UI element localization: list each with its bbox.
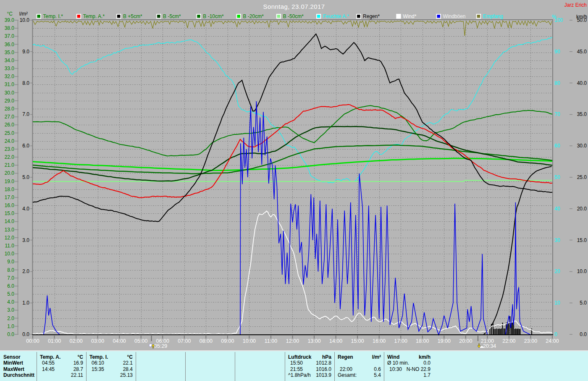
svg-text:10:00: 10:00: [243, 338, 256, 344]
svg-text:16.0: 16.0: [5, 202, 15, 208]
svg-text:6.0: 6.0: [22, 143, 29, 149]
svg-text:Sensor: Sensor: [3, 354, 21, 360]
svg-text:80: 80: [554, 80, 560, 86]
svg-text:20:34: 20:34: [483, 343, 496, 349]
svg-text:Sonntag, 23.07.2017: Sonntag, 23.07.2017: [263, 3, 325, 10]
svg-text:34.0: 34.0: [5, 58, 15, 63]
svg-text:7.0: 7.0: [7, 275, 14, 281]
svg-text:Temp. I.*: Temp. I.*: [43, 13, 63, 19]
svg-text:37.0: 37.0: [5, 33, 15, 39]
svg-text:1.0: 1.0: [22, 300, 29, 306]
svg-text:Regen: Regen: [338, 354, 353, 360]
svg-text:19.0: 19.0: [5, 179, 15, 184]
svg-text:9.0: 9.0: [7, 259, 14, 265]
svg-text:10.0: 10.0: [5, 251, 15, 257]
svg-text:40.0: 40.0: [577, 80, 587, 86]
svg-text:17:00: 17:00: [394, 338, 407, 344]
svg-text:°C: °C: [127, 354, 133, 360]
svg-text:B +5cm*: B +5cm*: [123, 13, 142, 19]
svg-text:16:00: 16:00: [373, 338, 386, 344]
svg-text:32.0: 32.0: [5, 74, 15, 79]
svg-text:Ø 10 min.: Ø 10 min.: [387, 360, 409, 366]
svg-text:5.0: 5.0: [580, 300, 587, 306]
svg-text:01:00: 01:00: [48, 338, 61, 344]
svg-text:l/m²: l/m²: [19, 11, 28, 17]
svg-text:Temp. I.: Temp. I.: [89, 354, 108, 360]
svg-text:23.0: 23.0: [5, 146, 15, 152]
svg-text:00:00: 00:00: [26, 338, 39, 344]
svg-text:3.0: 3.0: [7, 307, 14, 313]
svg-text:0.0: 0.0: [423, 360, 430, 366]
svg-text:Jarz Erich: Jarz Erich: [564, 2, 587, 8]
svg-text:13:00: 13:00: [307, 338, 320, 344]
svg-text:4.0: 4.0: [7, 299, 14, 305]
svg-text:19:00: 19:00: [438, 338, 451, 344]
svg-text:Durchschnitt: Durchschnitt: [3, 372, 34, 378]
svg-text:60: 60: [554, 143, 560, 149]
svg-text:31.0: 31.0: [5, 81, 15, 87]
svg-text:70: 70: [554, 111, 560, 117]
svg-text:1012.8: 1012.8: [316, 360, 331, 366]
svg-text:04:55: 04:55: [42, 360, 55, 366]
svg-text:24.0: 24.0: [5, 138, 15, 144]
svg-text:Empfang: Empfang: [483, 13, 503, 19]
svg-text:03:00: 03:00: [91, 338, 104, 344]
svg-text:30.0: 30.0: [577, 143, 587, 149]
svg-text:21:55: 21:55: [290, 366, 303, 372]
svg-text:35.0: 35.0: [577, 111, 587, 117]
svg-text:Wind: Wind: [387, 354, 399, 360]
svg-text:50.0: 50.0: [577, 17, 587, 23]
svg-text:7.0: 7.0: [22, 111, 29, 117]
svg-text:29.0: 29.0: [5, 98, 15, 104]
svg-text:0.0: 0.0: [7, 331, 14, 337]
svg-text:0.0: 0.0: [22, 331, 29, 337]
svg-text:0.6: 0.6: [374, 366, 381, 372]
svg-text:13.0: 13.0: [5, 227, 15, 233]
svg-text:40: 40: [554, 206, 560, 212]
svg-text:B -5cm*: B -5cm*: [163, 13, 181, 19]
svg-text:5.4: 5.4: [374, 372, 381, 378]
svg-text:15:35: 15:35: [92, 366, 104, 372]
svg-text:27.0: 27.0: [5, 114, 15, 120]
svg-text:05:29: 05:29: [154, 343, 167, 349]
svg-text:1016.0: 1016.0: [316, 366, 331, 372]
svg-text:04:00: 04:00: [113, 338, 126, 344]
svg-text:l/m²: l/m²: [372, 354, 381, 360]
svg-text:Gesamt:: Gesamt:: [338, 372, 357, 378]
svg-text:Temp. A.: Temp. A.: [40, 354, 60, 360]
svg-text:30: 30: [554, 237, 560, 243]
svg-text:12.0: 12.0: [5, 235, 15, 241]
svg-text:20: 20: [554, 268, 560, 274]
svg-text:25.13: 25.13: [120, 372, 133, 378]
svg-text:B -10cm*: B -10cm*: [203, 13, 224, 19]
svg-text:9.0: 9.0: [22, 49, 29, 55]
svg-text:0: 0: [554, 331, 557, 337]
svg-text:15:00: 15:00: [351, 338, 364, 344]
svg-text:18.0: 18.0: [5, 187, 15, 192]
svg-text:14:45: 14:45: [42, 366, 55, 372]
svg-text:8.0: 8.0: [22, 80, 29, 86]
svg-text:22.11: 22.11: [71, 372, 83, 378]
svg-text:2.0: 2.0: [22, 268, 29, 274]
svg-text:22.1: 22.1: [123, 360, 133, 366]
svg-text:26.0: 26.0: [5, 122, 15, 128]
svg-text:1013.9: 1013.9: [316, 372, 331, 378]
svg-text:°C: °C: [78, 354, 84, 360]
svg-text:28.4: 28.4: [123, 366, 133, 372]
svg-text:15.0: 15.0: [5, 210, 15, 216]
svg-text:30.0: 30.0: [5, 90, 15, 96]
svg-text:14:00: 14:00: [329, 338, 342, 344]
svg-text:MinWert: MinWert: [3, 360, 23, 366]
svg-text:3.0: 3.0: [22, 237, 29, 243]
svg-text:35.0: 35.0: [5, 50, 15, 55]
svg-text:50: 50: [554, 174, 560, 180]
svg-text:11.0: 11.0: [5, 243, 15, 249]
svg-text:5.0: 5.0: [22, 174, 29, 180]
svg-text:25.0: 25.0: [577, 174, 587, 180]
svg-text:08:00: 08:00: [200, 338, 213, 344]
svg-text:05:00: 05:00: [134, 338, 147, 344]
svg-text:17.0: 17.0: [5, 194, 15, 200]
svg-text:10.0: 10.0: [20, 17, 30, 23]
svg-text:11:00: 11:00: [265, 338, 277, 344]
svg-text:36.0: 36.0: [5, 42, 15, 47]
